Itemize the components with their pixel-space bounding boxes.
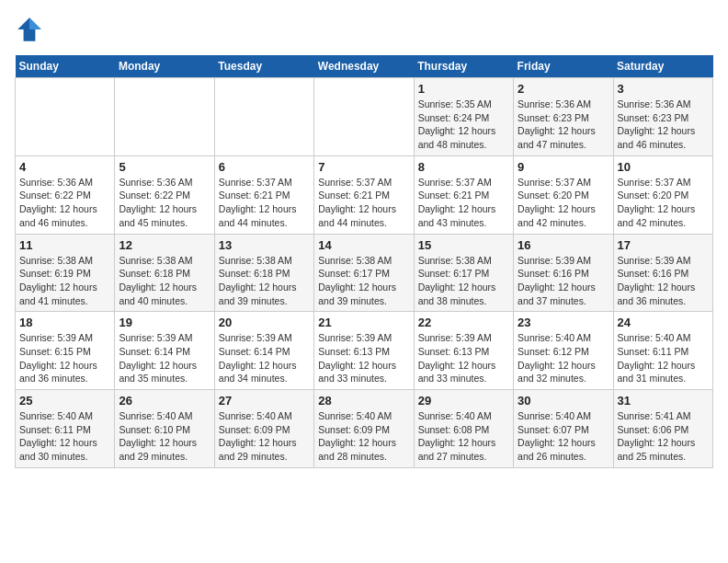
calendar-table: SundayMondayTuesdayWednesdayThursdayFrid…	[15, 55, 713, 468]
day-number: 8	[418, 160, 509, 174]
day-number: 5	[119, 160, 210, 174]
day-info: Sunrise: 5:40 AM Sunset: 6:12 PM Dayligh…	[518, 331, 609, 385]
day-header-sunday: Sunday	[16, 55, 115, 78]
day-info: Sunrise: 5:40 AM Sunset: 6:11 PM Dayligh…	[618, 331, 709, 385]
day-number: 10	[618, 160, 709, 174]
day-info: Sunrise: 5:39 AM Sunset: 6:15 PM Dayligh…	[19, 331, 110, 385]
day-header-monday: Monday	[115, 55, 214, 78]
calendar-cell: 15Sunrise: 5:38 AM Sunset: 6:17 PM Dayli…	[414, 234, 513, 312]
week-row-4: 18Sunrise: 5:39 AM Sunset: 6:15 PM Dayli…	[16, 312, 713, 390]
week-row-5: 25Sunrise: 5:40 AM Sunset: 6:11 PM Dayli…	[16, 390, 713, 468]
day-info: Sunrise: 5:40 AM Sunset: 6:11 PM Dayligh…	[19, 409, 110, 464]
logo-icon	[15, 15, 44, 44]
week-row-1: 1Sunrise: 5:35 AM Sunset: 6:24 PM Daylig…	[16, 78, 713, 156]
day-info: Sunrise: 5:39 AM Sunset: 6:16 PM Dayligh…	[518, 254, 609, 308]
day-info: Sunrise: 5:37 AM Sunset: 6:20 PM Dayligh…	[518, 176, 609, 230]
day-number: 17	[618, 238, 709, 252]
week-row-3: 11Sunrise: 5:38 AM Sunset: 6:19 PM Dayli…	[16, 234, 713, 312]
calendar-cell	[16, 78, 115, 156]
day-number: 9	[518, 160, 609, 174]
day-number: 4	[19, 160, 110, 174]
calendar-cell	[115, 78, 214, 156]
day-info: Sunrise: 5:36 AM Sunset: 6:23 PM Dayligh…	[618, 98, 709, 152]
day-info: Sunrise: 5:39 AM Sunset: 6:13 PM Dayligh…	[418, 331, 509, 385]
day-number: 24	[618, 316, 709, 329]
calendar-cell: 12Sunrise: 5:38 AM Sunset: 6:18 PM Dayli…	[115, 234, 214, 312]
calendar-cell: 13Sunrise: 5:38 AM Sunset: 6:18 PM Dayli…	[214, 234, 313, 312]
day-info: Sunrise: 5:38 AM Sunset: 6:17 PM Dayligh…	[418, 254, 509, 308]
day-number: 22	[418, 316, 509, 329]
calendar-cell: 2Sunrise: 5:36 AM Sunset: 6:23 PM Daylig…	[514, 78, 613, 156]
day-number: 23	[518, 316, 609, 329]
day-number: 29	[418, 394, 509, 408]
day-info: Sunrise: 5:39 AM Sunset: 6:13 PM Dayligh…	[318, 331, 409, 385]
day-info: Sunrise: 5:37 AM Sunset: 6:21 PM Dayligh…	[318, 176, 409, 230]
day-info: Sunrise: 5:38 AM Sunset: 6:19 PM Dayligh…	[19, 254, 110, 308]
day-info: Sunrise: 5:40 AM Sunset: 6:09 PM Dayligh…	[219, 409, 310, 464]
day-info: Sunrise: 5:37 AM Sunset: 6:21 PM Dayligh…	[219, 176, 310, 230]
calendar-cell: 17Sunrise: 5:39 AM Sunset: 6:16 PM Dayli…	[613, 234, 712, 312]
logo	[15, 15, 48, 44]
calendar-cell: 11Sunrise: 5:38 AM Sunset: 6:19 PM Dayli…	[16, 234, 115, 312]
calendar-cell: 27Sunrise: 5:40 AM Sunset: 6:09 PM Dayli…	[214, 390, 313, 468]
calendar-cell: 25Sunrise: 5:40 AM Sunset: 6:11 PM Dayli…	[16, 390, 115, 468]
calendar-cell: 10Sunrise: 5:37 AM Sunset: 6:20 PM Dayli…	[613, 155, 712, 234]
day-info: Sunrise: 5:38 AM Sunset: 6:18 PM Dayligh…	[219, 254, 310, 308]
day-info: Sunrise: 5:39 AM Sunset: 6:14 PM Dayligh…	[119, 331, 210, 385]
day-number: 2	[518, 82, 609, 96]
calendar-cell: 23Sunrise: 5:40 AM Sunset: 6:12 PM Dayli…	[514, 312, 613, 390]
day-info: Sunrise: 5:36 AM Sunset: 6:23 PM Dayligh…	[518, 98, 609, 152]
calendar-cell: 30Sunrise: 5:40 AM Sunset: 6:07 PM Dayli…	[514, 390, 613, 468]
week-row-2: 4Sunrise: 5:36 AM Sunset: 6:22 PM Daylig…	[16, 155, 713, 234]
calendar-cell: 8Sunrise: 5:37 AM Sunset: 6:21 PM Daylig…	[414, 155, 513, 234]
day-info: Sunrise: 5:40 AM Sunset: 6:09 PM Dayligh…	[318, 409, 409, 464]
day-number: 16	[518, 238, 609, 252]
day-info: Sunrise: 5:37 AM Sunset: 6:20 PM Dayligh…	[618, 176, 709, 230]
calendar-cell: 16Sunrise: 5:39 AM Sunset: 6:16 PM Dayli…	[514, 234, 613, 312]
day-info: Sunrise: 5:35 AM Sunset: 6:24 PM Dayligh…	[418, 98, 509, 152]
day-number: 18	[19, 316, 110, 329]
day-number: 25	[19, 394, 110, 408]
calendar-cell: 28Sunrise: 5:40 AM Sunset: 6:09 PM Dayli…	[314, 390, 414, 468]
day-number: 11	[19, 238, 110, 252]
day-header-saturday: Saturday	[613, 55, 712, 78]
day-number: 1	[418, 82, 509, 96]
day-number: 14	[318, 238, 409, 252]
day-info: Sunrise: 5:38 AM Sunset: 6:17 PM Dayligh…	[318, 254, 409, 308]
day-header-row: SundayMondayTuesdayWednesdayThursdayFrid…	[16, 55, 713, 78]
day-info: Sunrise: 5:39 AM Sunset: 6:16 PM Dayligh…	[618, 254, 709, 308]
day-info: Sunrise: 5:38 AM Sunset: 6:18 PM Dayligh…	[119, 254, 210, 308]
day-number: 19	[119, 316, 210, 329]
calendar-cell: 4Sunrise: 5:36 AM Sunset: 6:22 PM Daylig…	[16, 155, 115, 234]
svg-marker-1	[29, 17, 41, 29]
calendar-cell: 5Sunrise: 5:36 AM Sunset: 6:22 PM Daylig…	[115, 155, 214, 234]
day-header-friday: Friday	[514, 55, 613, 78]
calendar-cell: 21Sunrise: 5:39 AM Sunset: 6:13 PM Dayli…	[314, 312, 414, 390]
calendar-cell: 24Sunrise: 5:40 AM Sunset: 6:11 PM Dayli…	[613, 312, 712, 390]
calendar-cell: 6Sunrise: 5:37 AM Sunset: 6:21 PM Daylig…	[214, 155, 313, 234]
day-info: Sunrise: 5:39 AM Sunset: 6:14 PM Dayligh…	[219, 331, 310, 385]
day-info: Sunrise: 5:37 AM Sunset: 6:21 PM Dayligh…	[418, 176, 509, 230]
page-header	[15, 15, 713, 44]
day-number: 31	[618, 394, 709, 408]
day-number: 20	[219, 316, 310, 329]
calendar-cell: 9Sunrise: 5:37 AM Sunset: 6:20 PM Daylig…	[514, 155, 613, 234]
calendar-cell	[314, 78, 414, 156]
day-number: 30	[518, 394, 609, 408]
day-header-tuesday: Tuesday	[214, 55, 313, 78]
day-info: Sunrise: 5:41 AM Sunset: 6:06 PM Dayligh…	[618, 409, 709, 464]
calendar-cell: 22Sunrise: 5:39 AM Sunset: 6:13 PM Dayli…	[414, 312, 513, 390]
calendar-cell: 31Sunrise: 5:41 AM Sunset: 6:06 PM Dayli…	[613, 390, 712, 468]
day-info: Sunrise: 5:36 AM Sunset: 6:22 PM Dayligh…	[19, 176, 110, 230]
day-number: 15	[418, 238, 509, 252]
calendar-cell: 3Sunrise: 5:36 AM Sunset: 6:23 PM Daylig…	[613, 78, 712, 156]
day-info: Sunrise: 5:36 AM Sunset: 6:22 PM Dayligh…	[119, 176, 210, 230]
calendar-cell: 29Sunrise: 5:40 AM Sunset: 6:08 PM Dayli…	[414, 390, 513, 468]
day-header-thursday: Thursday	[414, 55, 513, 78]
day-number: 28	[318, 394, 409, 408]
calendar-cell: 1Sunrise: 5:35 AM Sunset: 6:24 PM Daylig…	[414, 78, 513, 156]
day-header-wednesday: Wednesday	[314, 55, 414, 78]
day-info: Sunrise: 5:40 AM Sunset: 6:08 PM Dayligh…	[418, 409, 509, 464]
calendar-cell: 19Sunrise: 5:39 AM Sunset: 6:14 PM Dayli…	[115, 312, 214, 390]
day-number: 3	[618, 82, 709, 96]
